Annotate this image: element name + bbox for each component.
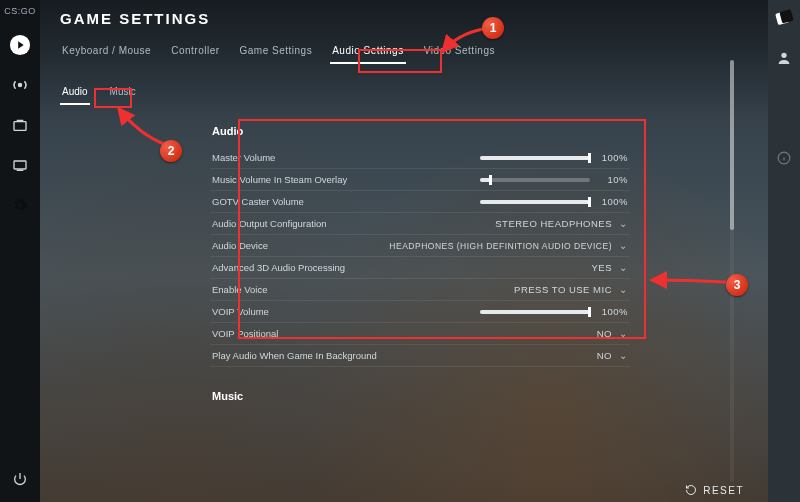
tab-video-settings[interactable]: Video Settings: [422, 41, 497, 64]
label-audio-device: Audio Device: [212, 240, 389, 251]
right-rail: [768, 0, 800, 502]
row-audio-device[interactable]: Audio Device HEADPHONES (HIGH DEFINITION…: [210, 235, 630, 257]
label-music-overlay: Music Volume In Steam Overlay: [212, 174, 480, 185]
subtab-audio[interactable]: Audio: [60, 84, 90, 103]
label-output-config: Audio Output Configuration: [212, 218, 495, 229]
row-music-overlay: Music Volume In Steam Overlay 10%: [210, 169, 630, 191]
label-play-bg: Play Audio When Game In Background: [212, 350, 597, 361]
sub-tabs: Audio Music: [60, 84, 748, 103]
row-voip-volume: VOIP Volume 100%: [210, 301, 630, 323]
value-voip-volume: 100%: [596, 306, 628, 317]
section-title-music: Music: [210, 385, 630, 407]
inventory-icon[interactable]: [9, 114, 31, 136]
scrollbar[interactable]: [730, 60, 734, 482]
subtab-music[interactable]: Music: [108, 84, 138, 103]
page-title: GAME SETTINGS: [60, 10, 748, 27]
left-rail: CS:GO: [0, 0, 40, 502]
row-adv-3d[interactable]: Advanced 3D Audio Processing YES ⌄: [210, 257, 630, 279]
slider-gotv-caster[interactable]: [480, 200, 590, 204]
slider-voip-volume[interactable]: [480, 310, 590, 314]
tab-controller[interactable]: Controller: [169, 41, 221, 64]
value-audio-device: HEADPHONES (HIGH DEFINITION AUDIO DEVICE…: [389, 241, 612, 251]
label-voip-volume: VOIP Volume: [212, 306, 480, 317]
settings-gear-icon[interactable]: [9, 194, 31, 216]
annotation-badge-1: 1: [482, 17, 504, 39]
user-icon[interactable]: [774, 48, 794, 68]
watch-icon[interactable]: [9, 154, 31, 176]
reset-label: RESET: [703, 485, 744, 496]
power-icon[interactable]: [9, 468, 31, 490]
top-tabs: Keyboard / Mouse Controller Game Setting…: [60, 41, 748, 64]
row-master-volume: Master Volume 100%: [210, 147, 630, 169]
broadcast-icon[interactable]: [9, 74, 31, 96]
overlay-logo-icon[interactable]: [774, 8, 794, 28]
chevron-down-icon: ⌄: [618, 218, 628, 229]
main-panel: GAME SETTINGS Keyboard / Mouse Controlle…: [40, 0, 768, 502]
value-output-config: STEREO HEADPHONES: [495, 218, 612, 229]
value-play-bg: NO: [597, 350, 612, 361]
slider-music-overlay[interactable]: [480, 178, 590, 182]
value-gotv-caster: 100%: [596, 196, 628, 207]
audio-settings-panel: Audio Master Volume 100% Music Volume In…: [210, 125, 630, 407]
value-enable-voice: PRESS TO USE MIC: [514, 284, 612, 295]
value-adv-3d: YES: [591, 262, 612, 273]
label-master-volume: Master Volume: [212, 152, 480, 163]
label-enable-voice: Enable Voice: [212, 284, 514, 295]
scrollbar-thumb[interactable]: [730, 60, 734, 230]
value-master-volume: 100%: [596, 152, 628, 163]
chevron-down-icon: ⌄: [618, 262, 628, 273]
annotation-arrow-3: [648, 270, 728, 294]
chevron-down-icon: ⌄: [618, 240, 628, 251]
svg-rect-2: [14, 122, 26, 131]
chevron-down-icon: ⌄: [618, 350, 628, 361]
label-voip-positional: VOIP Positional: [212, 328, 597, 339]
tab-audio-settings[interactable]: Audio Settings: [330, 41, 406, 64]
row-play-bg[interactable]: Play Audio When Game In Background NO ⌄: [210, 345, 630, 367]
row-gotv-caster: GOTV Caster Volume 100%: [210, 191, 630, 213]
chevron-down-icon: ⌄: [618, 328, 628, 339]
chevron-down-icon: ⌄: [618, 284, 628, 295]
reset-button[interactable]: RESET: [685, 484, 744, 496]
svg-rect-3: [14, 161, 26, 169]
label-adv-3d: Advanced 3D Audio Processing: [212, 262, 591, 273]
app-logo: CS:GO: [4, 6, 36, 16]
value-voip-positional: NO: [597, 328, 612, 339]
play-icon[interactable]: [9, 34, 31, 56]
annotation-badge-3: 3: [726, 274, 748, 296]
section-title-audio: Audio: [212, 125, 630, 137]
value-music-overlay: 10%: [596, 174, 628, 185]
refresh-icon: [685, 484, 697, 496]
row-output-config[interactable]: Audio Output Configuration STEREO HEADPH…: [210, 213, 630, 235]
tab-keyboard-mouse[interactable]: Keyboard / Mouse: [60, 41, 153, 64]
info-icon[interactable]: [774, 148, 794, 168]
row-voip-positional[interactable]: VOIP Positional NO ⌄: [210, 323, 630, 345]
svg-point-1: [19, 84, 22, 87]
row-enable-voice[interactable]: Enable Voice PRESS TO USE MIC ⌄: [210, 279, 630, 301]
svg-point-6: [781, 53, 786, 58]
annotation-badge-2: 2: [160, 140, 182, 162]
tab-game-settings[interactable]: Game Settings: [238, 41, 315, 64]
label-gotv-caster: GOTV Caster Volume: [212, 196, 480, 207]
slider-master-volume[interactable]: [480, 156, 590, 160]
